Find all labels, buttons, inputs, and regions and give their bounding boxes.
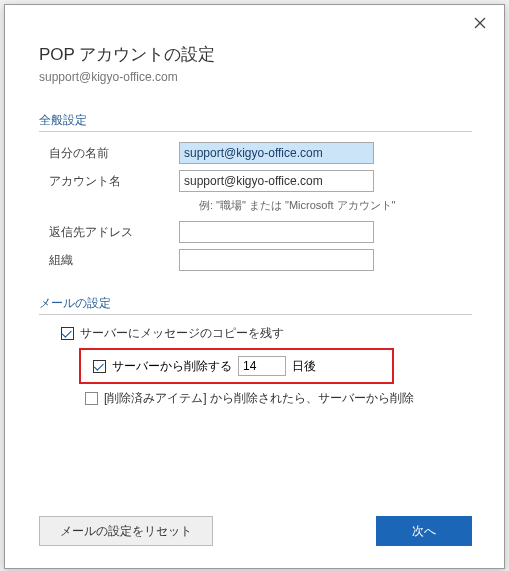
dialog-subtitle: support@kigyo-office.com [39,70,472,84]
checkbox-leave-copy[interactable] [61,327,74,340]
row-account-name: アカウント名 [39,170,472,192]
input-organization[interactable] [179,249,374,271]
section-header-mail: メールの設定 [39,295,472,315]
dialog-footer: メールの設定をリセット 次へ [39,516,472,546]
pop-account-settings-dialog: POP アカウントの設定 support@kigyo-office.com 全般… [4,4,505,569]
input-reply-address[interactable] [179,221,374,243]
highlight-delete-after: サーバーから削除する 日後 [79,348,394,384]
row-organization: 組織 [39,249,472,271]
checkbox-row-leave-copy[interactable]: サーバーにメッセージのコピーを残す [61,325,472,342]
close-icon [474,17,486,29]
close-button[interactable] [470,13,490,33]
label-delete-after-suffix: 日後 [292,358,316,375]
input-account-name[interactable] [179,170,374,192]
dialog-title: POP アカウントの設定 [39,43,472,66]
section-header-general: 全般設定 [39,112,472,132]
checkbox-row-remove-if-deleted[interactable]: [削除済みアイテム] から削除されたら、サーバーから削除 [85,390,472,407]
input-your-name[interactable] [179,142,374,164]
label-delete-after: サーバーから削除する [112,358,232,375]
account-name-hint: 例: "職場" または "Microsoft アカウント" [199,198,472,213]
checkbox-remove-if-deleted[interactable] [85,392,98,405]
checkbox-delete-after[interactable] [93,360,106,373]
input-delete-after-days[interactable] [238,356,286,376]
label-account-name: アカウント名 [39,173,179,190]
label-organization: 組織 [39,252,179,269]
row-reply-address: 返信先アドレス [39,221,472,243]
next-button[interactable]: 次へ [376,516,472,546]
row-your-name: 自分の名前 [39,142,472,164]
label-your-name: 自分の名前 [39,145,179,162]
label-remove-if-deleted: [削除済みアイテム] から削除されたら、サーバーから削除 [104,390,414,407]
label-leave-copy: サーバーにメッセージのコピーを残す [80,325,284,342]
reset-mail-settings-button[interactable]: メールの設定をリセット [39,516,213,546]
label-reply-address: 返信先アドレス [39,224,179,241]
